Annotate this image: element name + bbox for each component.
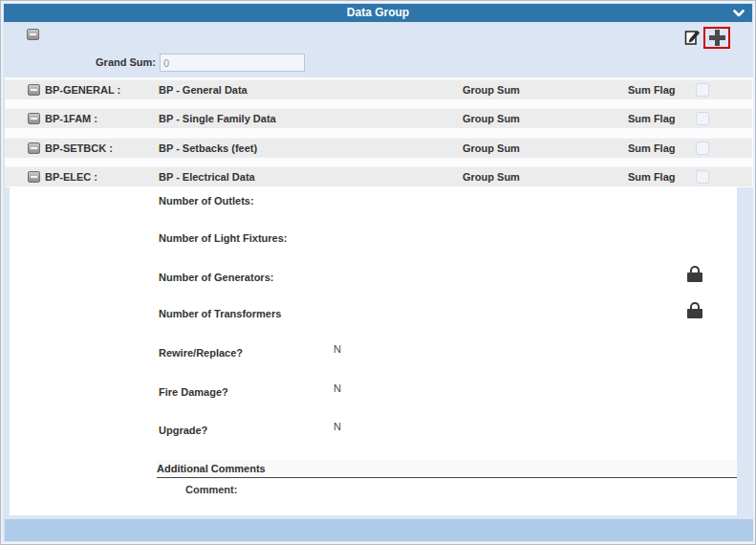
sum-flag-checkbox[interactable] xyxy=(696,83,709,97)
group-description: BP - Setbacks (feet) xyxy=(159,139,257,159)
lock-icon[interactable] xyxy=(687,266,702,282)
lock-body xyxy=(687,272,702,282)
field-label-rewire: Rewire/Replace? xyxy=(159,347,243,359)
group-code: BP-ELEC : xyxy=(45,167,97,187)
group-description: BP - General Data xyxy=(159,80,248,100)
field-label-fixtures: Number of Light Fixtures: xyxy=(159,232,287,244)
group-sum-label: Group Sum xyxy=(463,139,520,159)
collapse-all-button[interactable] xyxy=(27,29,39,40)
group-code: BP-1FAM : xyxy=(45,109,97,129)
collapse-group-button[interactable] xyxy=(28,171,40,183)
group-row-bp-general: BP-GENERAL : BP - General Data Group Sum… xyxy=(5,79,752,99)
sum-flag-checkbox[interactable] xyxy=(696,142,709,155)
field-value-fire-damage: N xyxy=(334,382,341,394)
edit-icon[interactable] xyxy=(684,29,701,46)
panel-titlebar: Data Group xyxy=(4,4,752,22)
comment-label: Comment: xyxy=(185,484,237,495)
field-label-transformers: Number of Transformers xyxy=(159,308,281,319)
additional-comments-header: Additional Comments xyxy=(157,460,737,478)
panel-title: Data Group xyxy=(4,4,752,22)
field-label-generators: Number of Generators: xyxy=(159,272,273,283)
group-row-bp-setbck: BP-SETBCK : BP - Setbacks (feet) Group S… xyxy=(5,138,752,158)
add-button-highlighted[interactable] xyxy=(703,27,730,49)
sum-flag-label: Sum Flag xyxy=(628,139,676,159)
field-value-rewire: N xyxy=(334,343,341,355)
group-code: BP-GENERAL : xyxy=(45,80,120,100)
grand-sum-label: Grand Sum: xyxy=(1,54,156,72)
group-sum-label: Group Sum xyxy=(463,80,520,100)
sum-flag-label: Sum Flag xyxy=(628,109,676,129)
collapse-group-button[interactable] xyxy=(28,113,40,124)
field-label-upgrade: Upgrade? xyxy=(159,425,207,436)
collapse-group-button[interactable] xyxy=(28,142,40,154)
group-sum-label: Group Sum xyxy=(463,109,520,129)
group-code: BP-SETBCK : xyxy=(45,139,113,159)
sum-flag-label: Sum Flag xyxy=(628,167,676,187)
grand-sum-input[interactable] xyxy=(160,54,305,72)
sum-flag-checkbox[interactable] xyxy=(696,170,709,184)
lock-icon[interactable] xyxy=(687,302,702,318)
field-label-fire-damage: Fire Damage? xyxy=(159,386,228,398)
collapse-group-button[interactable] xyxy=(28,84,40,96)
field-label-outlets: Number of Outlets: xyxy=(159,195,254,207)
sum-flag-label: Sum Flag xyxy=(628,80,676,100)
plus-icon xyxy=(709,30,725,46)
group-description: BP - Electrical Data xyxy=(159,167,255,187)
field-value-upgrade: N xyxy=(334,421,341,432)
sum-flag-checkbox[interactable] xyxy=(696,112,709,125)
bp-elec-detail-panel: Number of Outlets: Number of Light Fixtu… xyxy=(10,187,737,515)
group-row-bp-elec: BP-ELEC : BP - Electrical Data Group Sum… xyxy=(5,166,752,186)
group-description: BP - Single Family Data xyxy=(159,109,276,129)
group-sum-label: Group Sum xyxy=(463,167,520,187)
group-row-bp-1fam: BP-1FAM : BP - Single Family Data Group … xyxy=(5,108,752,128)
footer-bar xyxy=(5,519,753,541)
lock-body xyxy=(687,309,702,318)
chevron-down-icon[interactable] xyxy=(733,10,745,17)
data-group-panel: Data Group Grand Sum: BP-GENERAL : BP - … xyxy=(0,0,756,545)
